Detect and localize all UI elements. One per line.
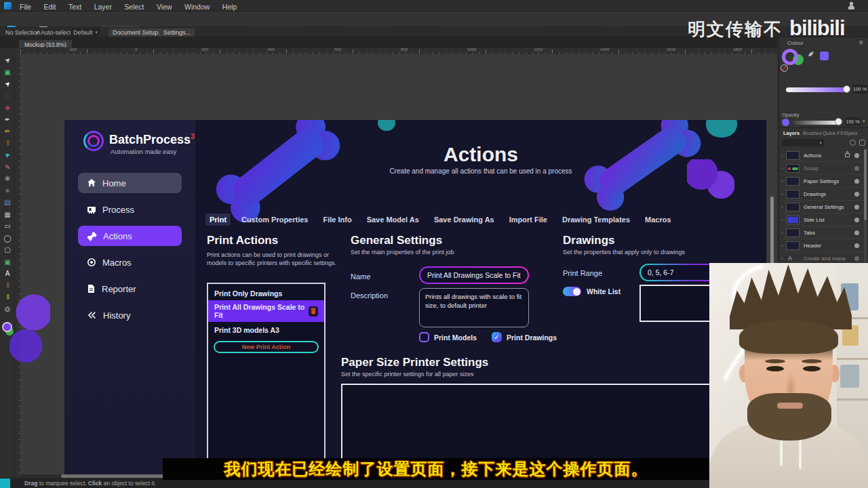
layer-expander[interactable]: ›: [781, 256, 783, 262]
layer-name[interactable]: Group: [804, 165, 818, 171]
layer-expander[interactable]: ›: [781, 191, 783, 197]
panel-menu-icon[interactable]: ≡: [859, 39, 863, 46]
layer-name[interactable]: Paper Settings: [804, 178, 839, 184]
layer-row[interactable]: ›Actions: [779, 149, 865, 162]
visibility-dot-icon[interactable]: [854, 153, 859, 158]
sidebar-item-process[interactable]: Process: [78, 199, 182, 220]
style-dropdown[interactable]: Default▾: [71, 28, 100, 36]
visibility-dot-icon[interactable]: [854, 166, 859, 171]
list-item[interactable]: Print 3D models A3: [208, 323, 324, 337]
opacity-value[interactable]: 100 %: [845, 117, 861, 125]
layer-expander[interactable]: ›: [781, 230, 783, 236]
sidebar-item-actions[interactable]: Actions: [78, 226, 182, 246]
layer-name[interactable]: General Settings: [804, 204, 844, 210]
new-print-action-button[interactable]: New Print Action: [214, 341, 319, 353]
white-list-toggle[interactable]: [563, 287, 581, 296]
layer-name[interactable]: Drawings: [804, 191, 826, 197]
sidebar-item-macros[interactable]: Macros: [78, 252, 182, 272]
sidebar-item-history[interactable]: History: [78, 305, 182, 325]
picture-frame-tool[interactable]: ▣: [0, 256, 15, 268]
description-field[interactable]: Prints all drawings with scale to fit si…: [419, 288, 529, 327]
opacity-caret-icon[interactable]: ▾: [863, 119, 865, 124]
opacity-slider[interactable]: [793, 121, 837, 125]
adjustment-icon[interactable]: [850, 140, 856, 146]
layer-expander[interactable]: ›: [781, 204, 783, 210]
tab-custom-properties[interactable]: Custom Properties: [237, 214, 312, 226]
tab-drawing-templates[interactable]: Drawing Templates: [558, 214, 634, 226]
name-field[interactable]: Print All Drawings Scale to Fit: [419, 266, 529, 284]
rectangle-tool[interactable]: ▭: [0, 220, 15, 232]
settings-button[interactable]: Settings...: [159, 28, 195, 37]
layer-name[interactable]: Tabs: [804, 230, 815, 236]
mesh-warp-tool[interactable]: ✳: [0, 185, 15, 197]
text-tool[interactable]: A: [0, 268, 15, 280]
color-slider-knob[interactable]: [843, 85, 850, 93]
layer-row[interactable]: ›Drawings: [779, 188, 865, 201]
stroke-color-swatch[interactable]: [2, 322, 12, 332]
no-fill-icon[interactable]: [781, 64, 788, 72]
layers-scrollbar[interactable]: [864, 149, 867, 220]
layer-row[interactable]: ›Group: [779, 162, 865, 175]
flood-fill-tool[interactable]: ❋: [0, 173, 15, 185]
opacity-knob[interactable]: [835, 118, 842, 125]
autoselect-check-icon[interactable]: ✓: [35, 29, 41, 36]
mockup-artboard[interactable]: BatchProcess3 Automation made easy Home …: [64, 120, 766, 488]
color-ring-swatch[interactable]: [782, 49, 798, 65]
brush-swatch-icon[interactable]: ✒: [805, 47, 817, 60]
tab-styles[interactable]: Styles: [844, 130, 857, 136]
visibility-dot-icon[interactable]: [854, 256, 859, 261]
document-setup-button[interactable]: Document Setup...: [108, 28, 167, 37]
rounded-rectangle-tool[interactable]: ▢: [0, 244, 15, 256]
visibility-dot-icon[interactable]: [854, 192, 859, 197]
corner-tool[interactable]: ◆: [0, 102, 15, 114]
layer-name[interactable]: Header: [804, 243, 821, 249]
list-item-selected[interactable]: Print All Drawings Scale to Fit: [208, 300, 324, 322]
point-transform-tool[interactable]: ➤: [0, 149, 15, 161]
color-slider-value[interactable]: 100 %: [852, 85, 867, 94]
artboard-tool[interactable]: ▣: [0, 66, 15, 79]
transparency-tool[interactable]: ▦: [0, 209, 15, 221]
pen-tool[interactable]: ✒: [0, 114, 15, 126]
sidebar-item-reporter[interactable]: Reporter: [78, 279, 182, 299]
account-icon[interactable]: [848, 1, 855, 9]
tab-layers[interactable]: Layers: [783, 130, 800, 136]
tab-import-file[interactable]: Import File: [505, 214, 551, 226]
layer-expander[interactable]: ›: [781, 152, 783, 159]
tab-brushes[interactable]: Brushes: [803, 130, 822, 136]
tab-macros[interactable]: Macros: [641, 214, 675, 226]
layer-expander[interactable]: ›: [781, 243, 783, 249]
tab-save-model-as[interactable]: Save Model As: [363, 214, 423, 226]
layer-expander[interactable]: ›: [781, 165, 783, 171]
layer-name[interactable]: Actions: [804, 152, 821, 159]
print-models-checkbox[interactable]: [419, 332, 429, 342]
tab-quick-fx[interactable]: Quick FX: [823, 130, 844, 136]
color-slider[interactable]: [786, 87, 847, 92]
layer-row[interactable]: ›Tabs: [779, 226, 865, 239]
visibility-dot-icon[interactable]: [854, 230, 859, 235]
mask-icon[interactable]: [859, 140, 865, 146]
layer-name[interactable]: Create and manage all...: [804, 256, 846, 262]
pencil-tool[interactable]: ✏: [0, 125, 15, 138]
purple-chip-icon[interactable]: [820, 52, 829, 60]
delete-action-button[interactable]: [309, 306, 318, 317]
list-item[interactable]: Print Only Drawings: [208, 287, 324, 300]
layer-row[interactable]: ›Paper Settings: [779, 175, 865, 188]
layer-row[interactable]: ›General Settings: [779, 201, 865, 214]
layer-expander[interactable]: ›: [781, 178, 783, 184]
autoselect-label[interactable]: Auto-select: [41, 29, 71, 36]
ellipse-tool[interactable]: ◯: [0, 232, 15, 245]
tab-file-info[interactable]: File Info: [319, 214, 355, 226]
tab-save-drawing-as[interactable]: Save Drawing As: [430, 214, 498, 226]
visibility-dot-icon[interactable]: [854, 243, 859, 248]
selection-brush-tool[interactable]: ◌: [0, 90, 15, 102]
tab-print[interactable]: Print: [205, 214, 231, 226]
node-tool[interactable]: ➤: [0, 78, 15, 90]
gradient-tool[interactable]: ▤: [0, 197, 15, 209]
sidebar-item-home[interactable]: Home: [78, 173, 182, 193]
blend-mode-dropdown[interactable]: ▾: [782, 139, 824, 146]
visibility-dot-icon[interactable]: [854, 205, 859, 209]
canvas-viewport[interactable]: BatchProcess3 Automation made easy Home …: [20, 54, 777, 479]
layer-name[interactable]: Side List: [804, 217, 825, 223]
layer-expander[interactable]: ›: [781, 217, 783, 223]
layer-row[interactable]: ›Header: [779, 239, 865, 252]
